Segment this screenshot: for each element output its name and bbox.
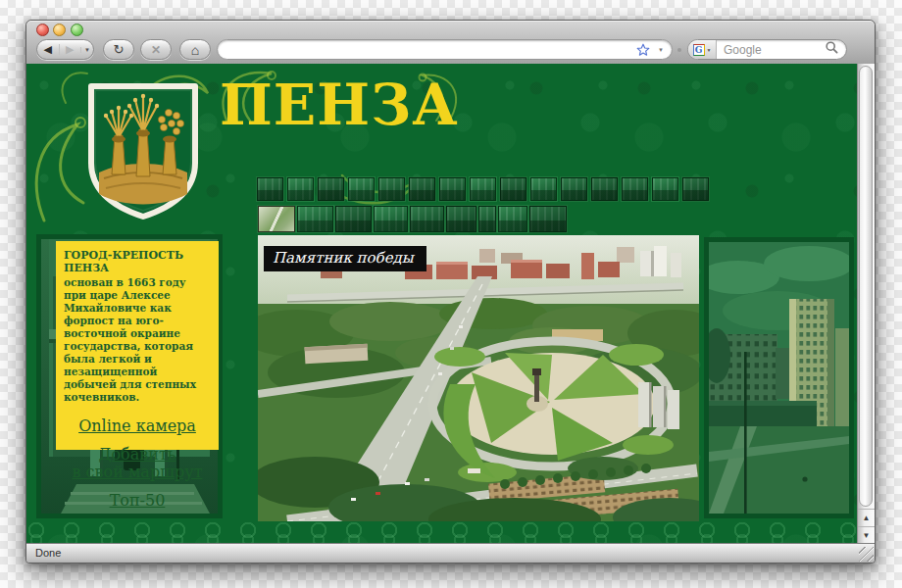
thumbnail[interactable]	[410, 206, 444, 232]
viewport: ПЕНЗА	[26, 64, 875, 544]
arrow-down-icon: ▼	[863, 531, 871, 540]
thumbnail[interactable]	[409, 177, 435, 201]
thumbnail[interactable]	[335, 206, 372, 232]
scroll-up-button[interactable]: ▲	[858, 509, 875, 527]
info-box-body: основан в 1663 году при царе Алексее Мих…	[64, 276, 211, 404]
google-logo-icon: G	[693, 44, 705, 56]
bookmark-star-icon[interactable]	[636, 43, 650, 61]
info-box: ГОРОД-КРЕПОСТЬ ПЕНЗА основан в 1663 году…	[56, 241, 219, 450]
back-button[interactable]: ◀	[37, 44, 59, 55]
forward-button[interactable]: ▶	[59, 44, 81, 55]
ornament-band	[26, 518, 859, 546]
reload-button[interactable]: ↻	[103, 39, 134, 60]
link-top-50[interactable]: Топ-50	[64, 492, 211, 510]
penza-page: ПЕНЗА	[26, 64, 859, 546]
penza-coat-of-arms	[84, 80, 202, 222]
thumbnail-selected[interactable]	[258, 206, 295, 232]
home-button[interactable]: ⌂	[179, 39, 211, 60]
thumbnail[interactable]	[318, 177, 344, 201]
thumbnail[interactable]	[348, 177, 375, 201]
vertical-scrollbar[interactable]: ▲ ▼	[857, 64, 875, 546]
home-icon: ⌂	[191, 43, 199, 57]
history-dropdown[interactable]: ▼	[80, 47, 93, 53]
search-field[interactable]: G ▼ Google	[687, 39, 847, 60]
side-photo-right	[704, 237, 854, 518]
thumb-row-2	[258, 206, 567, 232]
thumb-row-1	[257, 177, 709, 201]
scrollbar-thumb[interactable]	[859, 66, 873, 507]
thumbnail[interactable]	[530, 177, 557, 201]
thumbnail[interactable]	[378, 177, 405, 201]
address-dropdown[interactable]: ▼	[658, 47, 664, 53]
thumbnail[interactable]	[529, 206, 567, 232]
back-forward-control: ◀ ▶ ▼	[36, 39, 94, 60]
status-bar: Done	[26, 543, 875, 563]
thumbnail[interactable]	[446, 206, 476, 232]
apartments-photo-image	[709, 242, 849, 514]
search-placeholder: Google	[717, 43, 825, 57]
thumbnail[interactable]	[498, 206, 527, 232]
search-engine-button[interactable]: G ▼	[688, 40, 717, 59]
thumbnail[interactable]	[478, 206, 496, 232]
minimize-window-button[interactable]	[53, 24, 66, 36]
thumbnail[interactable]	[439, 177, 466, 201]
info-box-heading: ГОРОД-КРЕПОСТЬ ПЕНЗА	[64, 249, 211, 274]
main-photo[interactable]: Памятник победы	[258, 235, 699, 521]
thumbnail[interactable]	[652, 177, 678, 201]
chevron-down-icon: ▼	[84, 47, 90, 53]
arrow-up-icon: ▲	[863, 514, 871, 522]
back-icon: ◀	[44, 43, 52, 55]
zoom-window-button[interactable]	[71, 24, 83, 36]
thumbnail[interactable]	[257, 177, 283, 201]
thumbnail[interactable]	[682, 177, 709, 201]
link-online-camera[interactable]: Online камера	[64, 417, 211, 435]
close-window-button[interactable]	[36, 24, 49, 36]
thumbnail[interactable]	[297, 206, 333, 232]
thumbnail[interactable]	[470, 177, 496, 201]
chevron-down-icon: ▼	[707, 47, 712, 53]
photo-caption: Памятник победы	[264, 246, 426, 271]
thumbnail[interactable]	[622, 177, 648, 201]
info-box-links: Online камера Добавить в свой маршрут То…	[64, 417, 211, 510]
browser-toolbar: ◀ ▶ ▼ ↻ ✕ ⌂ ▼ G ▼ Google	[26, 21, 875, 65]
toolbar-separator-dot	[677, 48, 681, 52]
address-bar[interactable]: ▼	[217, 39, 673, 60]
thumbnail[interactable]	[287, 177, 314, 201]
reload-icon: ↻	[114, 43, 125, 56]
page-title: ПЕНЗА	[220, 72, 459, 137]
resize-grip[interactable]	[859, 547, 874, 562]
aerial-photo-image	[258, 235, 699, 521]
forward-icon: ▶	[66, 43, 74, 55]
thumbnail[interactable]	[561, 177, 587, 201]
stop-button[interactable]: ✕	[140, 39, 172, 60]
chevron-down-icon: ▼	[658, 47, 664, 53]
link-add-to-route[interactable]: Добавить в свой маршрут	[64, 446, 211, 481]
thumbnail[interactable]	[591, 177, 618, 201]
status-text: Done	[26, 547, 61, 559]
browser-window: ◀ ▶ ▼ ↻ ✕ ⌂ ▼ G ▼ Google	[25, 20, 876, 564]
stop-icon: ✕	[151, 44, 161, 56]
search-icon[interactable]	[825, 40, 846, 59]
thumbnail[interactable]	[500, 177, 526, 201]
thumbnail[interactable]	[374, 206, 408, 232]
